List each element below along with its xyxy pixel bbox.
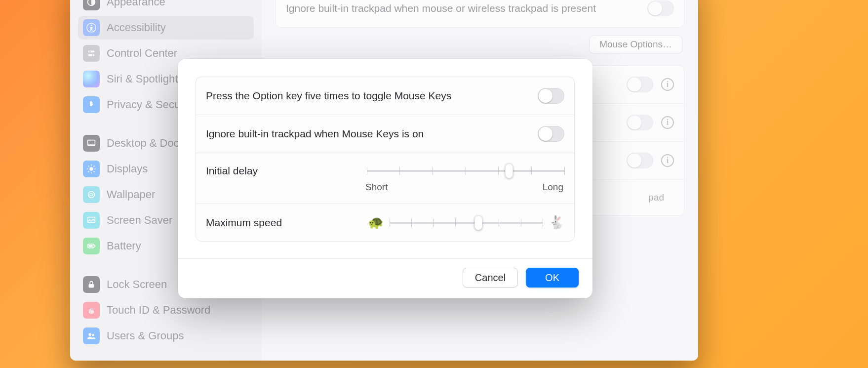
ok-button[interactable]: OK [526, 268, 579, 287]
initial-delay-row: Initial delay Short Long [196, 153, 574, 204]
initial-delay-min-label: Short [365, 182, 388, 193]
option-key-toggle[interactable] [538, 88, 564, 104]
cancel-button[interactable]: Cancel [463, 268, 518, 287]
maximum-speed-row: Maximum speed 🐢 🐇 [196, 204, 574, 241]
mouse-keys-options-sheet: Press the Option key five times to toggl… [178, 59, 592, 298]
initial-delay-max-label: Long [543, 182, 563, 193]
turtle-icon: 🐢 [368, 215, 384, 230]
ignore-trackpad-mousekeys-toggle[interactable] [538, 126, 564, 142]
ignore-trackpad-mousekeys-label: Ignore built-in trackpad when Mouse Keys… [206, 128, 424, 140]
rabbit-icon: 🐇 [549, 215, 564, 230]
initial-delay-slider[interactable] [367, 164, 564, 178]
option-key-toggle-label: Press the Option key five times to toggl… [206, 90, 451, 102]
initial-delay-label: Initial delay [206, 164, 258, 177]
maximum-speed-slider[interactable] [390, 216, 543, 230]
option-key-toggle-row: Press the Option key five times to toggl… [196, 77, 574, 115]
maximum-speed-label: Maximum speed [206, 217, 282, 229]
sheet-footer: Cancel OK [178, 258, 592, 298]
ignore-trackpad-mousekeys-row: Ignore built-in trackpad when Mouse Keys… [196, 115, 574, 153]
